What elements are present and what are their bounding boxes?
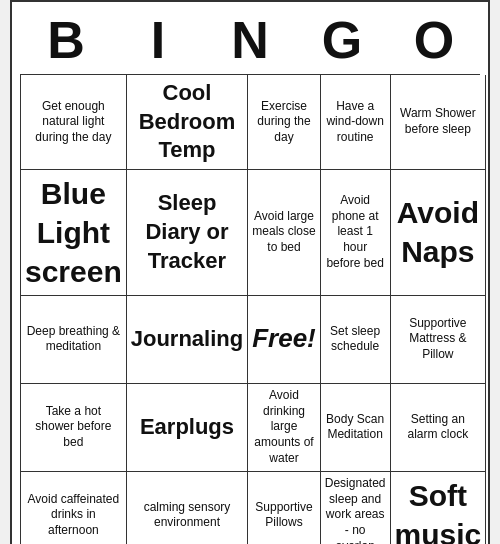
bingo-grid: Get enough natural light during the dayC… xyxy=(20,74,480,544)
bingo-cell-15: Take a hot shower before bed xyxy=(21,384,127,472)
bingo-letter-g: G xyxy=(298,10,386,70)
bingo-cell-20: Avoid caffeinated drinks in afternoon xyxy=(21,472,127,544)
bingo-cell-10: Deep breathing & meditation xyxy=(21,296,127,384)
bingo-letter-b: B xyxy=(22,10,110,70)
bingo-card: BINGO Get enough natural light during th… xyxy=(10,0,490,544)
bingo-cell-22: Supportive Pillows xyxy=(248,472,321,544)
bingo-cell-23: Designated sleep and work areas - no ove… xyxy=(321,472,391,544)
bingo-header: BINGO xyxy=(20,10,480,70)
bingo-letter-o: O xyxy=(390,10,478,70)
bingo-cell-1: Cool Bedroom Temp xyxy=(127,75,248,170)
bingo-cell-12: Free! xyxy=(248,296,321,384)
bingo-cell-2: Exercise during the day xyxy=(248,75,321,170)
bingo-letter-n: N xyxy=(206,10,294,70)
bingo-cell-17: Avoid drinking large amounts of water xyxy=(248,384,321,472)
bingo-cell-8: Avoid phone at least 1 hour before bed xyxy=(321,170,391,296)
bingo-cell-21: calming sensory environment xyxy=(127,472,248,544)
bingo-cell-3: Have a wind-down routine xyxy=(321,75,391,170)
bingo-cell-4: Warm Shower before sleep xyxy=(391,75,487,170)
bingo-cell-9: Avoid Naps xyxy=(391,170,487,296)
bingo-cell-0: Get enough natural light during the day xyxy=(21,75,127,170)
bingo-cell-19: Setting an alarm clock xyxy=(391,384,487,472)
bingo-letter-i: I xyxy=(114,10,202,70)
bingo-cell-18: Body Scan Meditation xyxy=(321,384,391,472)
bingo-cell-11: Journaling xyxy=(127,296,248,384)
bingo-cell-6: Sleep Diary or Tracker xyxy=(127,170,248,296)
bingo-cell-24: Soft music xyxy=(391,472,487,544)
bingo-cell-14: Supportive Mattress & Pillow xyxy=(391,296,487,384)
bingo-cell-5: Blue Light screen xyxy=(21,170,127,296)
bingo-cell-13: Set sleep schedule xyxy=(321,296,391,384)
bingo-cell-16: Earplugs xyxy=(127,384,248,472)
bingo-cell-7: Avoid large meals close to bed xyxy=(248,170,321,296)
